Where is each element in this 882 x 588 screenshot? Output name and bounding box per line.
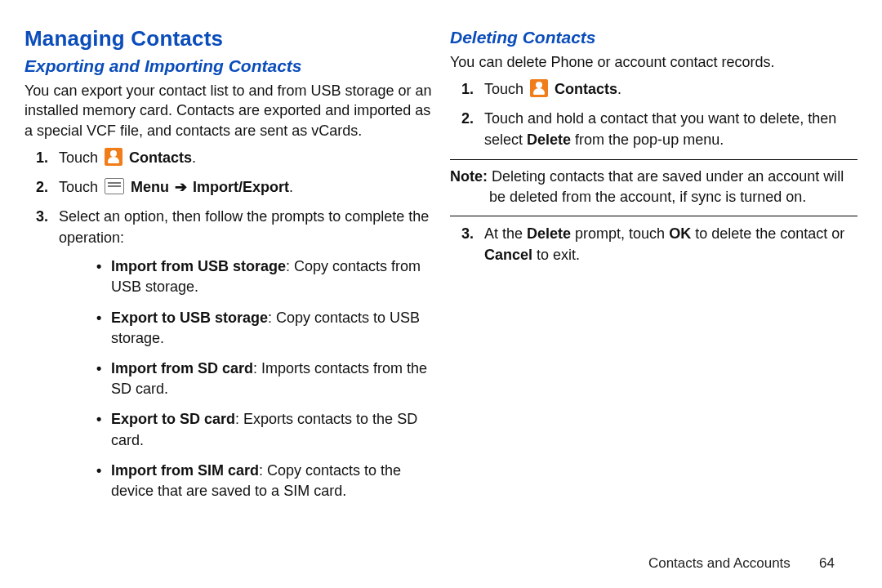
- step-1: 1. Touch Contacts.: [24, 147, 432, 168]
- step-text: to exit.: [532, 247, 580, 263]
- two-column-layout: Managing Contacts Exporting and Importin…: [24, 26, 858, 546]
- steps-list-cont: 3. At the Delete prompt, touch OK to del…: [450, 223, 858, 265]
- note-text: Deleting contacts that are saved under a…: [488, 168, 844, 185]
- step-text: At the: [484, 225, 527, 242]
- step-number: 2.: [36, 176, 48, 198]
- option-import-sim: Import from SIM card: Copy contacts to t…: [59, 461, 432, 501]
- step-number: 3.: [36, 206, 48, 227]
- step-2: 2. Touch Menu ➔ Import/Export.: [24, 176, 432, 198]
- chapter-name: Contacts and Accounts: [648, 555, 791, 571]
- section-heading: Managing Contacts: [24, 26, 432, 51]
- punct: .: [617, 81, 621, 97]
- intro-paragraph: You can export your contact list to and …: [24, 81, 432, 140]
- option-title: Export to SD card: [111, 411, 235, 427]
- cancel-label: Cancel: [484, 247, 532, 263]
- option-export-usb: Export to USB storage: Copy contacts to …: [59, 308, 432, 349]
- step-number: 3.: [461, 223, 474, 244]
- steps-list: 1. Touch Contacts. 2. Touch and hold a c…: [450, 78, 858, 150]
- step-text: Touch: [484, 81, 528, 97]
- option-title: Import from USB storage: [111, 258, 286, 274]
- menu-icon: [105, 178, 124, 194]
- option-title: Import from SD card: [111, 360, 253, 376]
- options-list: Import from USB storage: Copy contacts f…: [59, 256, 432, 501]
- right-column: Deleting Contacts You can delete Phone o…: [450, 26, 858, 546]
- option-export-sd: Export to SD card: Exports contacts to t…: [59, 409, 432, 450]
- delete-label: Delete: [527, 131, 571, 148]
- contacts-icon: [105, 148, 122, 166]
- step-text: from the pop-up menu.: [571, 131, 724, 148]
- note-line: Note: Deleting contacts that are saved u…: [450, 168, 844, 185]
- step-text: prompt, touch: [571, 225, 669, 242]
- step-text: Select an option, then follow the prompt…: [59, 208, 429, 246]
- step-text: Touch: [59, 149, 102, 166]
- punct: .: [192, 149, 196, 166]
- delete-label: Delete: [527, 225, 571, 242]
- manual-page: Managing Contacts Exporting and Importin…: [0, 0, 882, 588]
- note-label: Note:: [450, 168, 488, 185]
- contacts-label: Contacts: [129, 149, 192, 166]
- contacts-icon: [530, 79, 548, 97]
- step-number: 1.: [461, 78, 474, 100]
- divider: [450, 216, 858, 216]
- step-text: Touch: [59, 179, 102, 195]
- subsection-heading-deleting: Deleting Contacts: [450, 28, 858, 47]
- divider: [450, 159, 858, 160]
- note-text-cont: be deleted from the account, if sync is …: [450, 187, 858, 207]
- import-export-label: Import/Export: [193, 179, 289, 195]
- page-footer: Contacts and Accounts 64: [24, 546, 858, 572]
- steps-list: 1. Touch Contacts. 2. Touch Menu ➔ Impor…: [24, 147, 432, 501]
- ok-label: OK: [669, 225, 691, 242]
- step-3: 3. At the Delete prompt, touch OK to del…: [450, 223, 858, 265]
- punct: .: [289, 179, 293, 195]
- step-number: 2.: [461, 108, 474, 129]
- intro-paragraph: You can delete Phone or account contact …: [450, 52, 858, 72]
- step-3: 3. Select an option, then follow the pro…: [24, 206, 432, 501]
- step-number: 1.: [36, 147, 48, 168]
- note-block: Note: Deleting contacts that are saved u…: [450, 167, 858, 207]
- contacts-label: Contacts: [555, 81, 617, 97]
- subsection-heading-export-import: Exporting and Importing Contacts: [24, 56, 432, 76]
- page-number: 64: [802, 555, 835, 572]
- step-text: to delete the contact or: [691, 225, 844, 242]
- step-1: 1. Touch Contacts.: [450, 78, 858, 100]
- arrow-icon: ➔: [173, 176, 189, 198]
- option-title: Import from SIM card: [111, 462, 259, 479]
- menu-label: Menu: [131, 179, 169, 195]
- step-2: 2. Touch and hold a contact that you wan…: [450, 108, 858, 150]
- option-import-sd: Import from SD card: Imports contacts fr…: [59, 359, 432, 399]
- option-title: Export to USB storage: [111, 310, 268, 326]
- left-column: Managing Contacts Exporting and Importin…: [24, 26, 432, 546]
- option-import-usb: Import from USB storage: Copy contacts f…: [59, 256, 432, 297]
